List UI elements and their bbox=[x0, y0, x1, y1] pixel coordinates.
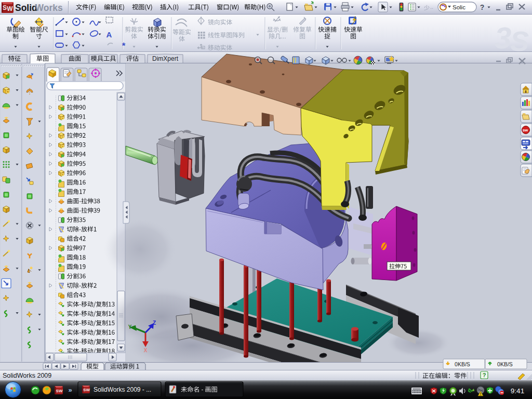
svg-text:0KB/S: 0KB/S bbox=[497, 361, 513, 367]
svg-text:9:41: 9:41 bbox=[511, 387, 524, 395]
svg-text:*: * bbox=[122, 41, 126, 51]
svg-text:Y: Y bbox=[128, 324, 132, 330]
svg-text:X: X bbox=[144, 348, 148, 353]
svg-text:0KB/S: 0KB/S bbox=[455, 361, 470, 367]
svg-text:..: .. bbox=[430, 4, 433, 10]
svg-text:SW: SW bbox=[56, 389, 63, 393]
svg-text:»: » bbox=[68, 386, 72, 394]
svg-text:sw: sw bbox=[523, 128, 528, 132]
svg-text:SolidWorks 2009: SolidWorks 2009 bbox=[3, 372, 51, 379]
svg-text:Solid: Solid bbox=[15, 3, 37, 13]
svg-text:S: S bbox=[3, 4, 7, 11]
svg-text:W: W bbox=[7, 5, 13, 12]
svg-text:Works: Works bbox=[35, 3, 63, 13]
svg-text:SW: SW bbox=[83, 388, 90, 392]
svg-text:SolidWorks 2009 - ...: SolidWorks 2009 - ... bbox=[94, 386, 151, 393]
svg-text:?: ? bbox=[480, 3, 485, 11]
svg-text:!: ! bbox=[480, 392, 482, 396]
svg-text:Z: Z bbox=[153, 320, 156, 326]
svg-text:A: A bbox=[107, 30, 112, 39]
svg-text:?: ? bbox=[483, 372, 486, 378]
svg-text:Solic: Solic bbox=[453, 4, 466, 10]
svg-text:DimXpert: DimXpert bbox=[152, 55, 179, 62]
svg-text:3: 3 bbox=[495, 21, 511, 55]
